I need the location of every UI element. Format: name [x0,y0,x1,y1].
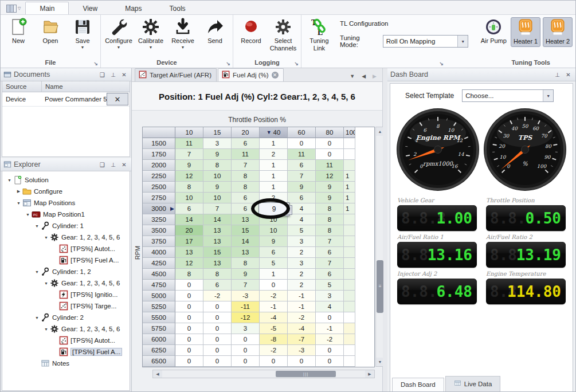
table-cell[interactable]: -1 [288,301,316,312]
table-cell[interactable]: 9 [232,269,260,280]
close-icon[interactable]: ✕ [120,162,128,168]
table-cell[interactable]: 0 [203,301,232,312]
table-cell[interactable]: 9 [203,182,232,193]
table-cell[interactable]: 12 [175,258,203,269]
documents-col-source[interactable]: Source [2,81,42,92]
table-cell[interactable]: -1 [316,323,344,334]
row-header-2500[interactable]: 2500 [143,182,175,193]
table-cell[interactable]: 0 [316,345,344,356]
row-header-5750[interactable]: 5750 [143,323,175,334]
table-cell[interactable]: 4 [288,214,316,225]
table-cell[interactable]: -7 [288,334,316,345]
dialog-launcher-icon[interactable]: ↘ [226,61,230,66]
row-header-3500[interactable]: 3500 [143,225,175,236]
tl-configuration-button[interactable]: TL Configuration [340,20,468,27]
open-button[interactable]: Open [34,17,66,45]
document-row[interactable]: Device Power Commander 5 Ne... ✕ [2,92,130,107]
table-cell[interactable]: 0 [175,312,203,323]
table-cell[interactable]: 8 [232,258,260,269]
table-cell[interactable]: 11 [175,138,203,149]
table-cell[interactable]: 10 [175,193,203,203]
tab-dash-board[interactable]: Dash Board [392,378,444,391]
tree-item[interactable]: [TPS%] Ignitio... [2,289,130,300]
table-cell[interactable]: -2 [316,334,344,345]
table-cell[interactable]: 0 [175,356,203,367]
table-cell-clipped[interactable] [344,236,355,247]
table-cell[interactable]: 13 [203,225,232,236]
quick-access-toolbar[interactable]: ▽ [1,5,25,14]
table-cell[interactable]: 6 [288,160,316,171]
table-cell-clipped[interactable]: 1 [344,193,355,203]
row-header-4250[interactable]: 4250 [143,258,175,269]
collapse-icon[interactable]: ▼ [33,224,41,228]
row-header-5250[interactable]: 5250 [143,301,175,312]
close-icon[interactable]: ✕ [120,72,128,78]
table-cell[interactable]: 0 [316,149,344,160]
table-cell-clipped[interactable]: 1 [344,182,355,193]
horizontal-scrollbar[interactable]: ◀ ||| ▶ [152,370,375,378]
table-cell-clipped[interactable] [344,247,355,258]
table-cell[interactable]: 0 [260,280,288,291]
table-cell-clipped[interactable]: 1 [344,203,355,214]
tree-item[interactable]: ▼Gear: 1, 2, 3, 4, 5, 6 [2,232,130,243]
table-cell[interactable]: 5 [260,258,288,269]
configure-button[interactable]: Configure ▼ [103,17,135,50]
expand-icon[interactable]: ▶ [15,189,22,194]
row-header-5000[interactable]: 5000 [143,291,175,301]
table-cell[interactable]: 0 [175,334,203,345]
heater-2-toggle[interactable]: Heater 2 [543,17,573,47]
table-cell[interactable]: 12 [316,171,344,182]
close-document-button[interactable]: ✕ [107,93,128,105]
table-cell[interactable]: 8 [232,182,260,193]
table-cell[interactable]: 6 [260,247,288,258]
table-cell-clipped[interactable] [344,149,355,160]
table-cell[interactable]: 0 [175,280,203,291]
heater-1-toggle[interactable]: Heater 1 [511,17,540,47]
table-cell[interactable]: 2 [260,149,288,160]
table-cell[interactable]: 15 [232,225,260,236]
table-cell[interactable]: 14 [175,214,203,225]
table-cell[interactable]: 6 [316,269,344,280]
table-cell[interactable]: 9 [203,149,232,160]
table-cell-clipped[interactable] [344,258,355,269]
row-header-6500[interactable]: 6500 [143,356,175,367]
table-cell[interactable]: 1 [260,138,288,149]
tuning-mode-select[interactable]: Roll On Mapping ▼ [383,35,469,48]
table-cell[interactable]: 3 [203,138,232,149]
table-cell[interactable]: 0 [175,301,203,312]
table-cell[interactable]: 1 [260,269,288,280]
pin-icon[interactable]: ⊥ [109,72,117,78]
row-header-3000[interactable]: 3000▶ [143,203,175,214]
table-cell-clipped[interactable]: 1 [344,171,355,182]
table-cell[interactable]: 11 [316,160,344,171]
table-cell[interactable]: 9 [260,236,288,247]
tree-item[interactable]: ▼PCMap Position1 [2,209,130,220]
collapse-icon[interactable]: ▼ [33,270,41,274]
tab-fuel-adj[interactable]: Fuel Adj (%) ✕ [218,68,284,81]
table-cell[interactable]: 7 [288,171,316,182]
table-cell[interactable]: 5 [316,280,344,291]
table-cell[interactable]: 17 [175,236,203,247]
table-cell[interactable]: -5 [260,323,288,334]
scroll-tabs-right-icon[interactable]: ▶ [373,73,377,79]
table-cell[interactable]: 7 [316,236,344,247]
table-cell-clipped[interactable] [344,345,355,356]
table-cell[interactable]: 7 [203,203,232,214]
table-cell[interactable]: 8 [175,182,203,193]
table-cell[interactable]: 0 [232,334,260,345]
table-cell[interactable]: 7 [232,280,260,291]
table-cell[interactable]: 0 [203,312,232,323]
row-header-1500[interactable]: 1500 [143,138,175,149]
table-cell[interactable]: 9 [288,182,316,193]
row-header-5500[interactable]: 5500 [143,312,175,323]
table-cell[interactable]: 0 [260,356,288,367]
table-cell[interactable]: 2 [288,247,316,258]
table-cell[interactable]: 15 [203,247,232,258]
table-cell[interactable]: 13 [175,247,203,258]
table-cell[interactable]: 13 [203,236,232,247]
table-cell[interactable]: 9 [175,160,203,171]
row-header-2000[interactable]: 2000 [143,160,175,171]
table-cell[interactable]: 8 [316,203,344,214]
table-cell[interactable]: -11 [232,301,260,312]
table-cell[interactable]: 4 [316,301,344,312]
